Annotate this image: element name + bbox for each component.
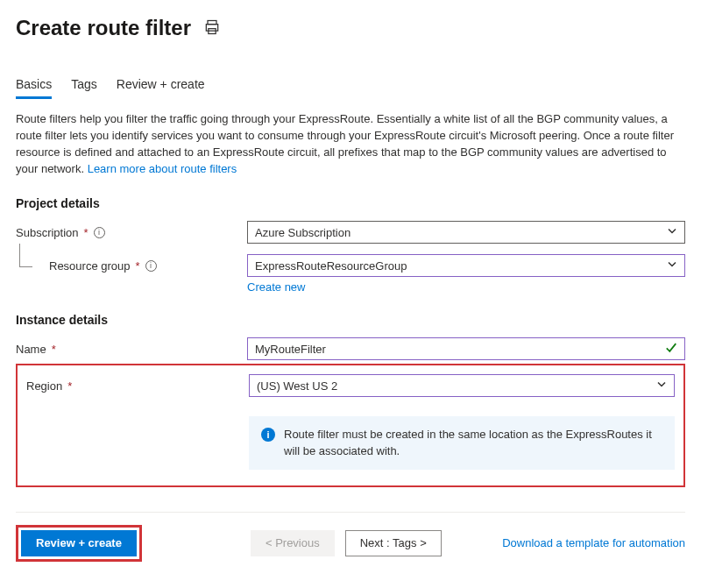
tab-review[interactable]: Review + create (117, 77, 205, 99)
learn-more-link[interactable]: Learn more about route filters (88, 162, 237, 175)
tab-tags[interactable]: Tags (71, 77, 97, 99)
region-highlight-box: Region* (US) West US 2 i Route filter mu… (16, 364, 685, 486)
wizard-footer: Review + create < Previous Next : Tags >… (16, 525, 685, 562)
project-details-heading: Project details (16, 196, 685, 210)
tab-basics[interactable]: Basics (16, 77, 52, 99)
region-info-box: i Route filter must be created in the sa… (249, 416, 675, 469)
subscription-label: Subscription* i (16, 226, 247, 239)
wizard-tabs: Basics Tags Review + create (16, 77, 685, 99)
review-button-highlight: Review + create (16, 525, 142, 562)
review-create-button[interactable]: Review + create (21, 530, 137, 556)
previous-button: < Previous (251, 530, 335, 556)
svg-rect-0 (208, 20, 216, 24)
info-icon[interactable]: i (94, 227, 105, 238)
chevron-down-icon (656, 379, 667, 393)
info-icon[interactable]: i (145, 260, 157, 272)
check-icon (665, 342, 677, 357)
footer-divider (16, 512, 685, 513)
region-label: Region* (26, 379, 249, 393)
intro-text: Route filters help you filter the traffi… (16, 111, 685, 177)
chevron-down-icon (667, 226, 677, 239)
name-label: Name* (16, 343, 247, 356)
instance-details-heading: Instance details (16, 313, 685, 327)
name-input[interactable]: MyRouteFilter (247, 337, 685, 360)
print-icon[interactable] (203, 18, 221, 39)
create-new-link[interactable]: Create new (247, 280, 685, 294)
resource-group-label: Resource group* i (16, 259, 247, 273)
page-title: Create route filter (16, 16, 191, 40)
info-icon: i (261, 428, 275, 442)
region-select[interactable]: (US) West US 2 (249, 374, 675, 397)
subscription-select[interactable]: Azure Subscription (247, 221, 685, 244)
next-button[interactable]: Next : Tags > (345, 530, 442, 556)
chevron-down-icon (667, 259, 677, 273)
resource-group-select[interactable]: ExpressRouteResourceGroup (247, 254, 685, 277)
download-template-link[interactable]: Download a template for automation (502, 536, 685, 549)
